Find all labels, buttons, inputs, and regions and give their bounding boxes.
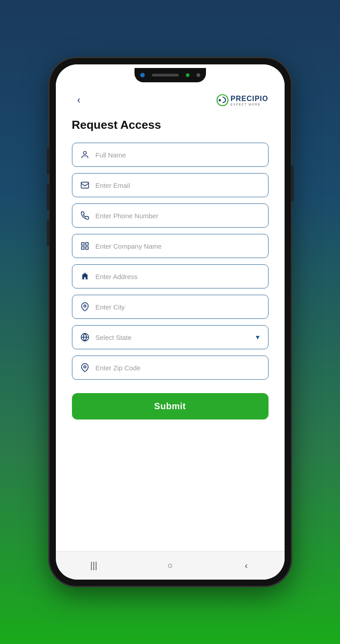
company-input[interactable] — [96, 242, 261, 250]
notch — [134, 68, 206, 82]
svg-rect-4 — [81, 243, 84, 246]
svg-rect-7 — [81, 247, 84, 250]
logo-name: PRECIPIO — [231, 95, 268, 103]
full-name-input[interactable] — [96, 151, 261, 159]
svg-point-1 — [218, 99, 221, 101]
page-title: Request Access — [72, 118, 269, 132]
phone-screen: ‹ PRECIPIO EXPECT MORE Request Acc — [56, 64, 285, 580]
sensor-dot — [186, 73, 189, 77]
zip-pin-icon — [80, 362, 90, 373]
state-select[interactable]: Select State ▼ — [72, 325, 269, 349]
state-select-value: Select State — [96, 334, 255, 341]
nav-back-icon: ‹ — [245, 560, 248, 571]
full-name-field — [72, 143, 269, 167]
logo-text: PRECIPIO EXPECT MORE — [231, 95, 268, 106]
zip-field — [72, 356, 269, 380]
building-icon — [80, 241, 90, 251]
address-field — [72, 264, 269, 288]
svg-rect-5 — [85, 243, 88, 246]
email-field — [72, 173, 269, 197]
email-icon — [80, 180, 90, 191]
city-pin-icon — [80, 301, 90, 312]
nav-back-button[interactable]: ‹ — [235, 555, 257, 576]
submit-button[interactable]: Submit — [72, 393, 269, 419]
nav-bar: ||| ○ ‹ — [56, 551, 285, 580]
svg-point-11 — [84, 366, 86, 368]
notch-bar — [56, 64, 285, 86]
company-field — [72, 234, 269, 258]
person-icon — [80, 149, 90, 160]
nav-menu-button[interactable]: ||| — [83, 555, 105, 576]
address-input[interactable] — [96, 273, 261, 280]
svg-point-8 — [84, 305, 86, 307]
menu-icon: ||| — [90, 560, 97, 571]
back-chevron-icon: ‹ — [77, 94, 80, 106]
svg-point-2 — [83, 152, 86, 155]
svg-rect-3 — [81, 182, 88, 188]
header: ‹ PRECIPIO EXPECT MORE — [72, 93, 269, 107]
phone-field — [72, 203, 269, 228]
phone-input[interactable] — [96, 212, 261, 220]
city-field — [72, 295, 269, 319]
zip-input[interactable] — [96, 364, 261, 372]
email-input[interactable] — [96, 182, 261, 189]
notch-pill — [152, 74, 179, 76]
phone-icon — [80, 210, 90, 221]
globe-icon — [80, 332, 90, 343]
dropdown-arrow-icon: ▼ — [255, 334, 261, 341]
screen-content: ‹ PRECIPIO EXPECT MORE Request Acc — [56, 86, 285, 551]
logo: PRECIPIO EXPECT MORE — [216, 94, 268, 106]
logo-icon — [216, 94, 229, 106]
phone-device: ‹ PRECIPIO EXPECT MORE Request Acc — [50, 58, 291, 586]
nav-home-button[interactable]: ○ — [159, 555, 180, 576]
svg-rect-6 — [85, 247, 88, 250]
home-icon: ○ — [167, 560, 172, 571]
address-icon — [80, 271, 90, 282]
camera-dot — [140, 73, 145, 77]
logo-tagline: EXPECT MORE — [231, 103, 260, 106]
city-input[interactable] — [96, 303, 261, 311]
back-button[interactable]: ‹ — [72, 93, 86, 107]
mic-dot — [197, 73, 200, 77]
